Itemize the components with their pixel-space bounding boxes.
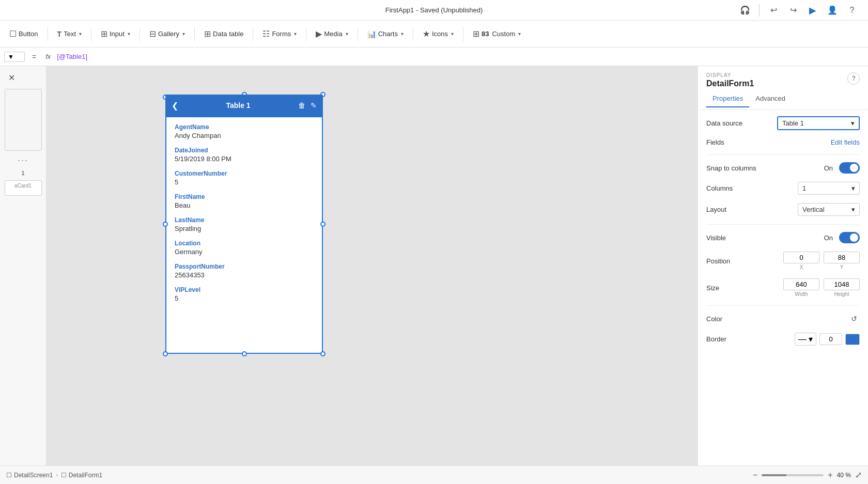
border-style-value: — bbox=[798, 335, 807, 344]
tab-properties[interactable]: Properties bbox=[706, 92, 749, 107]
toolbar-icons[interactable]: ★ Icons ▾ bbox=[417, 25, 459, 43]
size-width-label: Width bbox=[795, 291, 808, 297]
sidebar-page-number: 1 bbox=[21, 170, 24, 176]
position-y-input[interactable] bbox=[824, 252, 860, 263]
position-y-group: Y bbox=[824, 252, 860, 270]
field-datejoined-label: DateJoined bbox=[175, 147, 314, 154]
handle-mid-left[interactable] bbox=[163, 222, 168, 227]
right-panel: DISPLAY DetailForm1 ? Properties Advance… bbox=[698, 66, 868, 465]
toolbar-divider-3 bbox=[140, 27, 140, 41]
media-caret: ▾ bbox=[346, 31, 348, 37]
form-edit-icon[interactable]: ✎ bbox=[311, 101, 317, 110]
sidebar-card-item[interactable]: aCard1 bbox=[5, 180, 42, 196]
zoom-minus-btn[interactable]: − bbox=[753, 471, 757, 480]
toolbar-custom[interactable]: ⊞ 83 Custom ▾ bbox=[468, 25, 526, 43]
screen-link[interactable]: ☐ DetailScreen1 bbox=[6, 472, 53, 479]
color-row: Color ↺ bbox=[706, 313, 860, 324]
datasource-dropdown[interactable]: Table 1 ▾ bbox=[777, 116, 860, 130]
toolbar-charts[interactable]: 📊 Charts ▾ bbox=[362, 25, 409, 43]
size-height-input[interactable] bbox=[824, 278, 860, 290]
toolbar-button[interactable]: ☐ Button bbox=[4, 25, 43, 43]
sidebar-more-icon[interactable]: ··· bbox=[18, 155, 28, 166]
color-refresh-icon[interactable]: ↺ bbox=[848, 313, 860, 324]
redo-icon[interactable]: ↪ bbox=[787, 5, 799, 16]
user-icon[interactable]: 👤 bbox=[827, 5, 838, 16]
tab-advanced[interactable]: Advanced bbox=[749, 92, 792, 107]
position-x-group: X bbox=[783, 252, 819, 270]
handle-bot-right[interactable] bbox=[320, 351, 326, 356]
close-sidebar-button[interactable]: ✕ bbox=[4, 70, 19, 85]
edit-fields-link[interactable]: Edit fields bbox=[831, 138, 860, 146]
form-delete-icon[interactable]: 🗑 bbox=[298, 101, 305, 110]
divider-3 bbox=[706, 305, 860, 306]
columns-dropdown[interactable]: 1 ▾ bbox=[798, 182, 860, 195]
field-customernumber-label: CustomerNumber bbox=[175, 170, 314, 177]
headset-icon[interactable]: 🎧 bbox=[739, 5, 751, 16]
play-icon[interactable]: ▶ bbox=[807, 5, 818, 16]
panel-body: Data source Table 1 ▾ Fields Edit fields… bbox=[698, 110, 868, 465]
field-agentname: AgentName Andy Champan bbox=[175, 123, 314, 139]
expand-icon[interactable]: ⤢ bbox=[855, 470, 862, 480]
charts-label: Charts bbox=[378, 30, 398, 38]
handle-bot-mid[interactable] bbox=[242, 351, 247, 356]
screen-icon: ☐ bbox=[6, 472, 12, 479]
charts-caret: ▾ bbox=[401, 31, 404, 37]
layout-dropdown[interactable]: Vertical ▾ bbox=[798, 203, 860, 216]
border-style-dropdown[interactable]: — ▾ bbox=[795, 333, 816, 346]
icons-icon: ★ bbox=[423, 29, 430, 39]
help-icon[interactable]: ? bbox=[846, 5, 858, 16]
border-color-swatch[interactable] bbox=[845, 334, 860, 345]
handle-bot-left[interactable] bbox=[163, 351, 168, 356]
text-caret: ▾ bbox=[79, 31, 82, 37]
formula-input[interactable] bbox=[57, 53, 864, 60]
toolbar-text[interactable]: T Text ▾ bbox=[52, 25, 87, 43]
toolbar-media[interactable]: ▶ Media ▾ bbox=[311, 25, 353, 43]
custom-label: 83 bbox=[482, 30, 489, 38]
panel-title: DetailForm1 bbox=[706, 79, 754, 88]
position-inputs: X Y bbox=[783, 252, 860, 270]
undo-icon[interactable]: ↩ bbox=[768, 5, 779, 16]
forms-label: Forms bbox=[272, 30, 291, 38]
canvas-area: ❮ Table 1 🗑 ✎ AgentName Andy Champan Dat… bbox=[47, 66, 698, 465]
form-link[interactable]: ☐ DetailForm1 bbox=[61, 472, 102, 479]
handle-mid-right[interactable] bbox=[320, 222, 326, 227]
zoom-plus-btn[interactable]: + bbox=[828, 471, 832, 480]
zoom-slider[interactable] bbox=[762, 474, 824, 476]
toolbar-datatable[interactable]: ⊞ Data table bbox=[199, 25, 249, 43]
position-y-label: Y bbox=[840, 264, 844, 270]
bottom-bar: ☐ DetailScreen1 › ☐ DetailForm1 − + 40 %… bbox=[0, 465, 868, 484]
field-viplevel: VIPLevel 5 bbox=[175, 286, 314, 302]
divider-2 bbox=[706, 224, 860, 225]
formula-dropdown[interactable]: ▼ bbox=[4, 52, 25, 62]
size-width-input[interactable] bbox=[783, 278, 819, 290]
visible-row: Visible On bbox=[706, 232, 860, 243]
position-x-label: X bbox=[800, 264, 803, 270]
left-sidebar: ✕ ··· 1 aCard1 bbox=[0, 66, 47, 465]
divider bbox=[759, 4, 760, 17]
field-firstname-value: Beau bbox=[175, 201, 314, 209]
toolbar-forms[interactable]: ☷ Forms ▾ bbox=[257, 25, 302, 43]
border-value-box: — ▾ bbox=[795, 333, 860, 346]
visible-toggle[interactable] bbox=[839, 232, 860, 243]
sidebar-canvas-item[interactable] bbox=[5, 89, 42, 151]
field-passportnumber: PassportNumber 25634353 bbox=[175, 263, 314, 279]
help-button[interactable]: ? bbox=[847, 72, 860, 85]
toolbar-input[interactable]: ⊞ Input ▾ bbox=[96, 25, 135, 43]
charts-icon: 📊 bbox=[367, 30, 376, 38]
layout-value: Vertical bbox=[802, 206, 825, 213]
toolbar-gallery[interactable]: ⊟ Gallery ▾ bbox=[144, 25, 190, 43]
snap-label: Snap to columns bbox=[706, 164, 756, 172]
field-firstname-label: FirstName bbox=[175, 193, 314, 200]
form-back-button[interactable]: ❮ bbox=[172, 101, 178, 111]
field-location-value: Germany bbox=[175, 248, 314, 256]
border-width-input[interactable] bbox=[819, 333, 842, 345]
icons-caret: ▾ bbox=[451, 31, 454, 37]
snap-toggle[interactable] bbox=[839, 162, 860, 174]
border-row: Border — ▾ bbox=[706, 333, 860, 346]
columns-label: Columns bbox=[706, 184, 733, 192]
top-bar-actions: 🎧 ↩ ↪ ▶ 👤 ? bbox=[739, 4, 858, 17]
form-title: Table 1 bbox=[178, 101, 298, 110]
prop-datasource-row: Data source Table 1 ▾ bbox=[706, 116, 860, 130]
sidebar-card-label: aCard1 bbox=[14, 183, 32, 189]
position-x-input[interactable] bbox=[783, 252, 819, 263]
